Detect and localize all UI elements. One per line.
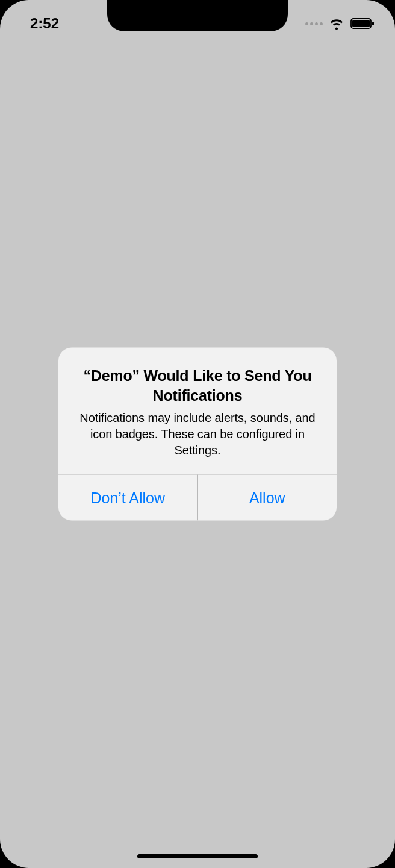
- wifi-icon: [329, 17, 344, 30]
- alert-buttons: Don’t Allow Allow: [58, 474, 337, 521]
- alert-content: “Demo” Would Like to Send You Notificati…: [58, 348, 337, 474]
- dont-allow-button[interactable]: Don’t Allow: [58, 475, 198, 521]
- alert-title: “Demo” Would Like to Send You Notificati…: [73, 366, 322, 405]
- status-icons: [305, 13, 377, 30]
- home-indicator[interactable]: [137, 854, 258, 858]
- svg-rect-2: [372, 22, 374, 25]
- alert-message: Notifications may include alerts, sounds…: [73, 410, 322, 459]
- allow-button[interactable]: Allow: [198, 475, 337, 521]
- device-notch: [107, 0, 288, 31]
- battery-icon: [350, 17, 375, 30]
- notification-permission-alert: “Demo” Would Like to Send You Notificati…: [58, 348, 337, 521]
- status-time: 2:52: [18, 10, 59, 32]
- svg-rect-1: [352, 20, 370, 27]
- cellular-signal-icon: [305, 22, 323, 25]
- device-frame: 2:52 “Demo” Would Like to Send You Notif…: [0, 0, 395, 868]
